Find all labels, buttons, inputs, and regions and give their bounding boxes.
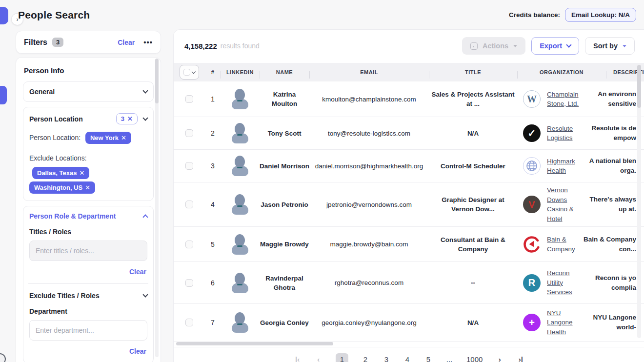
remove-icon[interactable]: ✕ <box>121 134 126 141</box>
column-header-linkedin[interactable]: LINKEDIN <box>221 69 260 75</box>
exclude-location-chip[interactable]: Dallas, Texas✕ <box>32 167 89 179</box>
column-header-name[interactable]: NAME <box>260 69 309 75</box>
organization-link[interactable]: NYU Langone Health <box>547 308 587 337</box>
remove-icon[interactable]: ✕ <box>127 115 133 122</box>
exclude-location-chip[interactable]: Washington, US✕ <box>29 181 95 194</box>
titles-clear-link[interactable]: Clear <box>29 268 146 276</box>
table-row[interactable]: 1 Katrina Moulton kmoulton@champlainston… <box>174 81 644 117</box>
export-button[interactable]: Export <box>531 37 579 55</box>
actions-button[interactable]: Actions <box>462 37 525 55</box>
chevron-down-icon[interactable] <box>142 88 148 93</box>
linkedin-cell[interactable] <box>221 155 260 177</box>
results-count: 4,158,222 <box>184 42 217 50</box>
person-avatar[interactable] <box>230 312 250 333</box>
page-button[interactable]: 1 <box>336 353 348 362</box>
person-avatar[interactable] <box>230 234 250 255</box>
person-location-label: Person Location <box>29 115 83 123</box>
filters-clear-link[interactable]: Clear <box>118 39 135 46</box>
row-checkbox[interactable] <box>185 162 193 170</box>
linkedin-cell[interactable] <box>221 312 260 333</box>
more-options-icon[interactable]: ••• <box>143 38 153 46</box>
titles-roles-input[interactable] <box>29 241 147 261</box>
person-name: Daniel Morrison <box>260 161 309 171</box>
organization-link[interactable]: Highmark Health <box>547 157 587 176</box>
department-clear-link[interactable]: Clear <box>29 347 146 355</box>
table-row[interactable]: 7 Georgia Conley georgia.conley@nyulango… <box>174 304 644 342</box>
sort-by-button[interactable]: Sort by <box>585 37 635 55</box>
organization-link[interactable]: Vernon Downs Casino & Hotel <box>547 185 587 223</box>
row-number: 2 <box>205 129 221 137</box>
table-row[interactable]: 6 Ravinderpal Ghotra rghotra@reconnus.co… <box>174 262 644 304</box>
filters-panel: Person Info General Person Location 3✕ P… <box>16 57 161 362</box>
row-checkbox[interactable] <box>185 319 193 326</box>
chevron-up-icon[interactable] <box>142 214 148 220</box>
department-input[interactable] <box>29 320 147 341</box>
column-header-description[interactable]: DESCRIPTION <box>606 69 636 75</box>
chevron-down-icon[interactable] <box>142 292 148 297</box>
row-checkbox[interactable] <box>185 201 193 208</box>
person-avatar[interactable] <box>230 155 250 177</box>
scrollbar-thumb[interactable] <box>637 65 641 108</box>
chevron-down-icon[interactable] <box>192 69 196 73</box>
chevron-down-icon[interactable] <box>142 115 148 121</box>
table-row[interactable]: 2 Tony Scott tony@resolute-logistics.com… <box>174 117 644 150</box>
person-avatar[interactable] <box>230 122 250 144</box>
page-button[interactable]: 5 <box>424 355 432 362</box>
organization-logo-icon <box>523 157 541 175</box>
horizontal-scrollbar[interactable] <box>176 342 644 345</box>
column-header-title[interactable]: TITLE <box>429 69 517 75</box>
table-row[interactable]: 5 Maggie Browdy maggie.browdy@bain.com C… <box>174 227 644 262</box>
column-header-organization[interactable]: ORGANIZATION <box>517 69 606 75</box>
column-header-num[interactable]: # <box>205 69 221 75</box>
person-avatar[interactable] <box>230 272 250 294</box>
person-avatar[interactable] <box>230 88 250 110</box>
linkedin-cell[interactable] <box>221 122 260 144</box>
linkedin-cell[interactable] <box>221 234 260 255</box>
column-header-email[interactable]: EMAIL <box>309 69 429 75</box>
scrollbar-thumb[interactable] <box>155 59 159 103</box>
organization-logo-icon: ✓ <box>523 124 541 142</box>
linkedin-cell[interactable] <box>221 194 260 215</box>
organization-link[interactable]: Reconn Utility Services <box>547 268 587 297</box>
person-avatar[interactable] <box>230 194 250 215</box>
sidebar-active-item[interactable] <box>0 86 7 104</box>
email-lookup-credits-button[interactable]: Email Lookup: N/A <box>565 8 636 22</box>
linkedin-cell[interactable] <box>221 88 260 110</box>
credits-balance-label: Credits balance: <box>509 11 560 19</box>
organization-link[interactable]: Champlain Stone, Ltd. <box>547 90 587 109</box>
location-count-badge[interactable]: 3✕ <box>116 113 138 124</box>
page-button[interactable]: 4 <box>403 355 411 362</box>
remove-icon[interactable]: ✕ <box>79 169 84 177</box>
sidebar-scrollbar[interactable] <box>155 59 159 357</box>
select-all-checkbox[interactable] <box>183 69 190 76</box>
results-count-label: results found <box>221 42 260 50</box>
filter-section-general[interactable]: General <box>23 81 154 102</box>
row-checkbox[interactable] <box>185 95 193 103</box>
row-checkbox[interactable] <box>185 129 193 137</box>
next-page-icon[interactable]: › <box>496 355 503 362</box>
user-avatar[interactable] <box>0 353 6 362</box>
organization-link[interactable]: Bain & Company <box>547 235 587 254</box>
last-page-icon[interactable]: ›| <box>517 355 524 362</box>
remove-icon[interactable]: ✕ <box>85 184 90 191</box>
page-button[interactable]: 3 <box>382 355 390 362</box>
row-checkbox[interactable] <box>185 279 193 287</box>
vertical-scrollbar[interactable] <box>637 65 641 338</box>
scrollbar-thumb[interactable] <box>176 342 333 345</box>
previous-page-icon[interactable]: ‹ <box>315 355 322 362</box>
location-chip[interactable]: New York✕ <box>85 132 131 144</box>
row-checkbox[interactable] <box>185 241 193 248</box>
first-page-icon[interactable]: |‹ <box>294 355 302 362</box>
page-button[interactable]: 2 <box>362 355 369 362</box>
organization-description: There's always up at. <box>606 195 636 214</box>
table-row[interactable]: 4 Jason Petronio jpetronio@vernondowns.c… <box>174 182 644 227</box>
select-all-control[interactable] <box>180 65 199 80</box>
linkedin-cell[interactable] <box>221 272 260 294</box>
page-button[interactable]: 1000 <box>466 355 483 362</box>
divider <box>28 283 148 284</box>
exclude-titles-label: Exclude Titles / Roles <box>29 292 100 300</box>
organization-link[interactable]: Resolute Logistics <box>547 124 587 143</box>
organization-logo-icon: R <box>523 274 541 292</box>
table-row[interactable]: 3 Daniel Morrison daniel.morrison@highma… <box>174 150 644 182</box>
person-email: maggie.browdy@bain.com <box>309 241 429 248</box>
